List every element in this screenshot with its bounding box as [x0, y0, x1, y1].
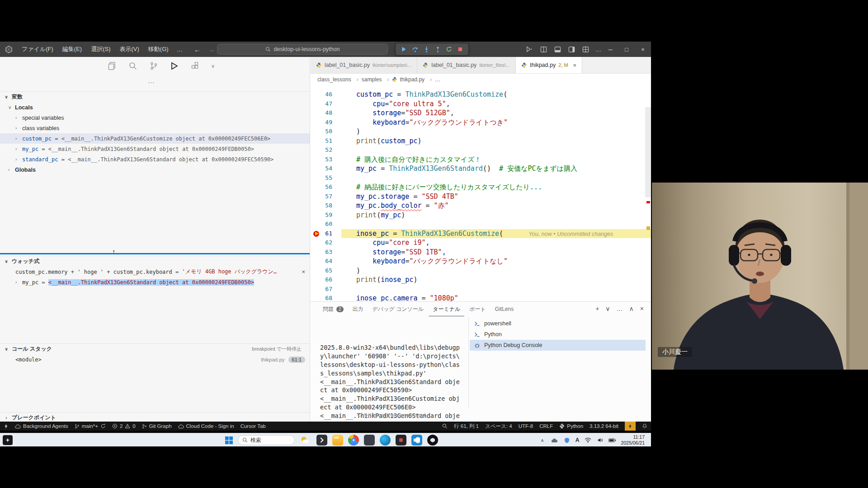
chevron-icon[interactable]: › [15, 126, 22, 131]
code-line[interactable]: 57my_pc.storage = "SSD 4TB" [311, 192, 651, 202]
onedrive-icon[interactable] [551, 436, 558, 444]
call-stack-header[interactable]: ∨ コール スタック breakpoint で一時停止 [0, 343, 310, 354]
wifi-icon[interactable] [584, 436, 591, 444]
code-line[interactable]: 46custom_pc = ThinkPadX13Gen6Customize( [311, 90, 651, 99]
debug-step-over-icon[interactable] [410, 45, 420, 54]
git-branch-item[interactable]: main*+ [75, 422, 106, 431]
code-line[interactable]: 54my_pc = ThinkPadX13Gen6Standard() # 安価… [311, 164, 651, 174]
security-shield-icon[interactable] [563, 436, 571, 444]
extensions-icon[interactable] [190, 61, 200, 71]
panel-more-icon[interactable]: … [617, 305, 623, 312]
terminal-list-item[interactable]: Python Debug Console [470, 340, 646, 351]
taskbar-app-icon[interactable] [348, 435, 359, 446]
nav-back-icon[interactable]: ← [194, 46, 201, 53]
cursor-tab-item[interactable]: Cursor Tab [241, 422, 266, 431]
chevron-icon[interactable]: › [15, 280, 22, 285]
code-line[interactable]: 52 [311, 145, 651, 155]
terminal-list-item[interactable]: powershell [470, 318, 646, 329]
taskbar-app-icon[interactable] [411, 435, 422, 446]
code-line[interactable]: 66print(inose_pc) [311, 275, 651, 285]
battery-icon[interactable] [609, 436, 616, 444]
split-editor-icon[interactable] [539, 45, 547, 53]
cursor-position-item[interactable]: 行 61, 列 1 [454, 422, 479, 431]
problems-item[interactable]: 2 0 [112, 422, 136, 431]
code-line[interactable]: 62 cpu="core i9", [311, 238, 651, 248]
window-maximize-button[interactable]: □ [618, 42, 635, 57]
nav-forward-icon[interactable]: → [208, 46, 215, 53]
window-minimize-button[interactable]: ─ [602, 42, 618, 57]
interpreter-item[interactable]: 3.13.2 64-bit [590, 422, 618, 431]
language-item[interactable]: Python [559, 422, 583, 431]
notifications-bell-icon[interactable] [642, 422, 647, 431]
menu-item[interactable]: 選択(S) [87, 44, 114, 55]
eol-item[interactable]: CRLF [539, 422, 553, 431]
code-line[interactable]: 64 keyboard="バックグラウンドライトなし" [311, 257, 651, 266]
panel-tab[interactable]: GitLens [491, 302, 518, 316]
code-line[interactable]: 67 [311, 285, 651, 294]
taskbar-app-icon[interactable] [332, 435, 343, 446]
code-line[interactable]: 50) [311, 127, 651, 136]
panel-tab[interactable]: ターミナル [429, 302, 464, 316]
toggle-sidebar-icon[interactable] [567, 45, 576, 53]
chevron-icon[interactable]: › [15, 157, 22, 162]
variable-row[interactable]: › Globals [0, 164, 310, 175]
cloud-code-item[interactable]: Cloud Code - Sign in [178, 422, 234, 431]
code-line[interactable]: 61inose_pc = ThinkPadX13Gen6Customize(Yo… [311, 229, 651, 239]
breakpoints-header[interactable]: › ブレークポイント [0, 412, 310, 422]
window-close-button[interactable]: × [635, 42, 651, 57]
variable-row[interactable]: › custom_pc = <__main__.ThinkPadX13Gen6C… [0, 133, 310, 144]
git-graph-item[interactable]: Git Graph [142, 422, 172, 431]
code-line[interactable]: 65) [311, 266, 651, 276]
code-line[interactable]: 68inose_pc.camera = "1080p" [311, 294, 651, 301]
weather-icon[interactable] [300, 435, 310, 445]
watch-header[interactable]: ∨ ウォッチ式 [0, 256, 310, 267]
taskbar-app-icon[interactable] [380, 435, 391, 446]
new-terminal-icon[interactable]: + [595, 305, 599, 312]
code-line[interactable]: 63 storage="SSD 1TB", [311, 248, 651, 257]
sidebar-more-actions-icon[interactable]: … [148, 77, 156, 84]
remove-watch-icon[interactable]: × [302, 268, 305, 275]
watch-row[interactable]: › my_pc = <__main__.ThinkPadX13Gen6Stand… [0, 277, 310, 287]
panel-tab[interactable]: ポート [465, 302, 490, 316]
code-line[interactable]: 56# 納品後に好きにパーツ交換したりカスタマイズしたり... [311, 183, 651, 192]
panel-tab[interactable]: デバッグ コンソール [368, 302, 428, 316]
explorer-icon[interactable] [107, 61, 117, 71]
editor-tab[interactable]: label_01_basic.py tkinter\samples\... [311, 57, 417, 73]
taskbar-search-box[interactable]: 検索 [238, 435, 295, 445]
code-line[interactable]: 60 [311, 220, 651, 229]
variable-row[interactable]: ∨ Locals [0, 102, 310, 113]
taskbar-app-icon[interactable] [427, 435, 438, 446]
debug-continue-icon[interactable] [399, 45, 408, 54]
ime-indicator[interactable]: A [576, 437, 580, 443]
variables-header[interactable]: ∨ 変数 [0, 91, 310, 102]
editor-scrollbar[interactable] [645, 107, 651, 197]
panel-tab[interactable]: 出力 [349, 302, 368, 316]
participant-video[interactable]: 小川慶一 [652, 183, 868, 370]
variable-row[interactable]: › special variables [0, 113, 310, 123]
maximize-panel-icon[interactable]: ∧ [629, 305, 634, 312]
stack-frame-row[interactable]: <module> thikpad.py 61:1 [0, 354, 310, 365]
debug-restart-icon[interactable] [444, 45, 453, 54]
chevron-icon[interactable]: › [8, 167, 15, 172]
taskbar-app-icon[interactable] [316, 435, 327, 446]
breadcrumb-item[interactable]: thikpad.py [392, 76, 432, 83]
menu-item[interactable]: 表示(V) [116, 44, 143, 55]
chevron-icon[interactable]: › [15, 146, 22, 151]
power-status-icon[interactable] [625, 422, 636, 431]
volume-icon[interactable] [596, 436, 604, 444]
encoding-item[interactable]: UTF-8 [519, 422, 533, 431]
chevron-icon[interactable]: ∨ [8, 105, 15, 110]
watch-row[interactable]: custom_pc.memory + ' hoge ' + custom_pc.… [0, 267, 310, 277]
windows-start-button[interactable] [225, 436, 233, 445]
code-line[interactable]: 55 [311, 174, 651, 183]
remote-indicator-icon[interactable] [4, 422, 9, 431]
breadcrumb-item[interactable]: samples [362, 76, 389, 83]
code-line[interactable]: 58my_pc.body_color = "赤" [311, 201, 651, 211]
editor-tab[interactable]: label_01_basic.py tkinter_files\... [417, 57, 516, 73]
debug-step-out-icon[interactable] [433, 45, 442, 54]
code-line[interactable]: 49 keyboard="バックグラウンドライトつき" [311, 118, 651, 127]
breadcrumb-item[interactable]: class_lessons [317, 76, 359, 83]
code-line[interactable]: 59print(my_pc) [311, 211, 651, 220]
taskbar-corner-icon[interactable] [3, 435, 13, 445]
code-editor[interactable]: 46custom_pc = ThinkPadX13Gen6Customize(4… [311, 85, 651, 301]
